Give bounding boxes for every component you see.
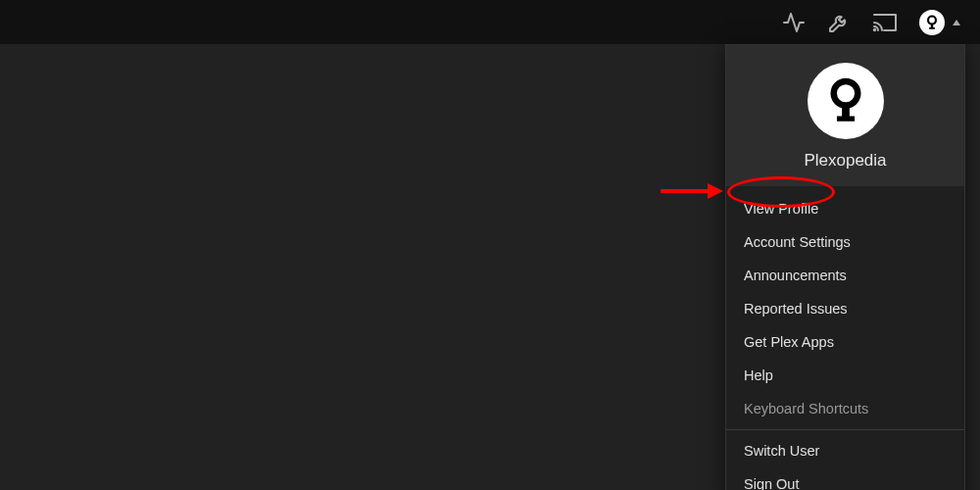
user-avatar-small[interactable] bbox=[919, 10, 945, 35]
user-avatar-large[interactable] bbox=[808, 63, 884, 139]
svg-point-0 bbox=[874, 28, 876, 30]
menu-keyboard-shortcuts[interactable]: Keyboard Shortcuts bbox=[726, 392, 964, 425]
username-label: Plexopedia bbox=[736, 151, 955, 171]
dropdown-header: Plexopedia bbox=[726, 45, 964, 186]
settings-wrench-icon[interactable] bbox=[827, 11, 851, 34]
caret-up-icon[interactable] bbox=[953, 20, 960, 25]
menu-view-profile[interactable]: View Profile bbox=[726, 192, 964, 225]
topbar bbox=[0, 0, 980, 44]
menu-get-plex-apps[interactable]: Get Plex Apps bbox=[726, 325, 964, 359]
menu-announcements[interactable]: Announcements bbox=[726, 259, 964, 292]
menu-switch-user[interactable]: Switch User bbox=[726, 434, 964, 467]
cast-icon[interactable] bbox=[872, 12, 898, 33]
tree-avatar-icon bbox=[815, 71, 876, 131]
annotation-arrow bbox=[657, 180, 725, 202]
svg-marker-4 bbox=[708, 183, 723, 199]
menu-sign-out[interactable]: Sign Out bbox=[726, 467, 964, 490]
tree-avatar-icon bbox=[922, 13, 942, 32]
menu-account-settings[interactable]: Account Settings bbox=[726, 225, 964, 259]
menu-reported-issues[interactable]: Reported Issues bbox=[726, 292, 964, 325]
activity-icon[interactable] bbox=[782, 11, 806, 34]
menu-help[interactable]: Help bbox=[726, 359, 964, 392]
menu-divider bbox=[726, 429, 964, 430]
user-dropdown: Plexopedia View Profile Account Settings… bbox=[725, 44, 965, 490]
